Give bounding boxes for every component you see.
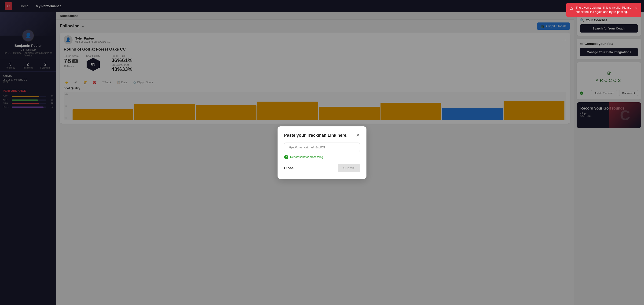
modal-close-x-button[interactable]: ✕ xyxy=(356,133,360,138)
modal-close-button[interactable]: Close xyxy=(284,166,294,170)
modal-overlay[interactable]: Paste your Trackman Link here. ✕ ✓ Repor… xyxy=(0,0,644,305)
modal-success-message: ✓ Report sent for processing xyxy=(284,155,360,159)
modal-title: Paste your Trackman Link here. xyxy=(284,133,348,138)
success-check-icon: ✓ xyxy=(284,155,288,159)
warning-icon: ⚠ xyxy=(570,6,573,11)
modal-footer: Close Submit xyxy=(284,164,360,172)
toast-message: The given trackman link is invalid. Plea… xyxy=(576,6,633,14)
modal-header: Paste your Trackman Link here. ✕ xyxy=(284,133,360,138)
success-text: Report sent for processing xyxy=(290,156,323,159)
trackman-modal: Paste your Trackman Link here. ✕ ✓ Repor… xyxy=(278,126,366,179)
trackman-link-input[interactable] xyxy=(284,142,360,152)
toast-close-button[interactable]: × xyxy=(635,6,638,11)
modal-submit-button[interactable]: Submit xyxy=(338,164,360,172)
error-toast: ⚠ The given trackman link is invalid. Pl… xyxy=(566,3,641,17)
